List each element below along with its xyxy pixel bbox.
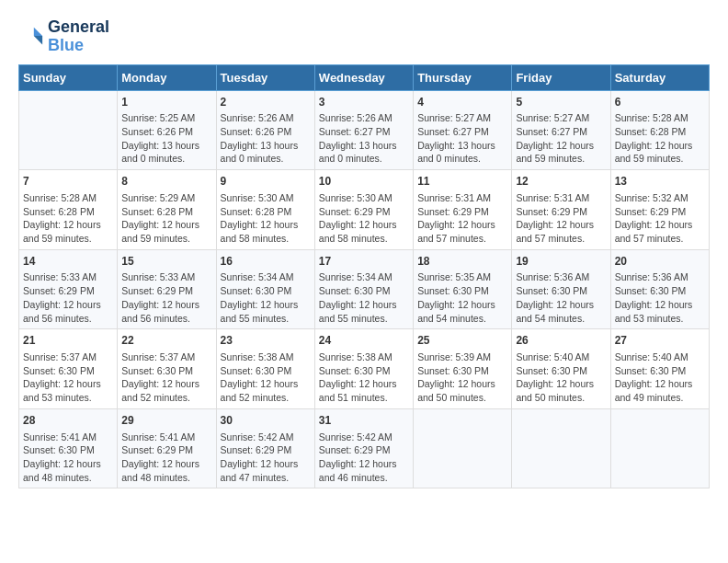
day-content: Sunrise: 5:28 AM Sunset: 6:28 PM Dayligh… — [615, 111, 705, 166]
day-number: 3 — [319, 95, 409, 110]
calendar-cell: 14Sunrise: 5:33 AM Sunset: 6:29 PM Dayli… — [19, 249, 118, 329]
week-row-1: 1Sunrise: 5:25 AM Sunset: 6:26 PM Daylig… — [19, 90, 710, 170]
calendar-cell — [19, 90, 118, 170]
logo-text: General Blue — [48, 18, 109, 55]
day-number: 14 — [23, 254, 113, 270]
day-number: 26 — [516, 333, 606, 349]
day-content: Sunrise: 5:37 AM Sunset: 6:30 PM Dayligh… — [121, 350, 211, 405]
calendar-cell: 22Sunrise: 5:37 AM Sunset: 6:30 PM Dayli… — [118, 329, 216, 409]
day-content: Sunrise: 5:27 AM Sunset: 6:27 PM Dayligh… — [516, 111, 606, 166]
day-number: 8 — [121, 174, 211, 190]
calendar-cell: 24Sunrise: 5:38 AM Sunset: 6:30 PM Dayli… — [314, 329, 413, 409]
day-number: 23 — [221, 333, 311, 349]
calendar-cell: 28Sunrise: 5:41 AM Sunset: 6:30 PM Dayli… — [19, 408, 118, 488]
calendar-cell — [414, 408, 512, 488]
page-header: General Blue — [18, 18, 710, 55]
day-content: Sunrise: 5:26 AM Sunset: 6:26 PM Dayligh… — [221, 111, 311, 166]
calendar-cell: 3Sunrise: 5:26 AM Sunset: 6:27 PM Daylig… — [314, 90, 413, 170]
day-content: Sunrise: 5:41 AM Sunset: 6:29 PM Dayligh… — [121, 431, 211, 485]
calendar-cell: 17Sunrise: 5:34 AM Sunset: 6:30 PM Dayli… — [314, 249, 413, 329]
calendar-cell: 2Sunrise: 5:26 AM Sunset: 6:26 PM Daylig… — [216, 90, 314, 170]
calendar-cell: 25Sunrise: 5:39 AM Sunset: 6:30 PM Dayli… — [414, 329, 512, 409]
day-number: 5 — [516, 95, 606, 110]
day-number: 11 — [417, 174, 507, 190]
calendar-cell: 31Sunrise: 5:42 AM Sunset: 6:29 PM Dayli… — [314, 408, 413, 488]
day-content: Sunrise: 5:31 AM Sunset: 6:29 PM Dayligh… — [417, 191, 507, 246]
day-content: Sunrise: 5:33 AM Sunset: 6:29 PM Dayligh… — [121, 270, 211, 325]
calendar-cell: 19Sunrise: 5:36 AM Sunset: 6:30 PM Dayli… — [512, 249, 610, 329]
day-content: Sunrise: 5:36 AM Sunset: 6:30 PM Dayligh… — [615, 270, 705, 325]
day-content: Sunrise: 5:30 AM Sunset: 6:29 PM Dayligh… — [319, 191, 409, 246]
logo: General Blue — [18, 18, 109, 55]
calendar-cell: 5Sunrise: 5:27 AM Sunset: 6:27 PM Daylig… — [512, 90, 610, 170]
header-cell-sunday: Sunday — [19, 64, 118, 90]
day-number: 18 — [417, 254, 507, 270]
day-number: 1 — [121, 95, 211, 110]
day-content: Sunrise: 5:35 AM Sunset: 6:30 PM Dayligh… — [417, 270, 507, 325]
calendar-cell: 23Sunrise: 5:38 AM Sunset: 6:30 PM Dayli… — [216, 329, 314, 409]
day-content: Sunrise: 5:27 AM Sunset: 6:27 PM Dayligh… — [417, 111, 507, 166]
day-content: Sunrise: 5:36 AM Sunset: 6:30 PM Dayligh… — [516, 270, 606, 325]
day-number: 22 — [121, 333, 211, 349]
calendar-cell: 16Sunrise: 5:34 AM Sunset: 6:30 PM Dayli… — [216, 249, 314, 329]
day-content: Sunrise: 5:42 AM Sunset: 6:29 PM Dayligh… — [221, 431, 311, 485]
header-cell-saturday: Saturday — [610, 64, 709, 90]
day-content: Sunrise: 5:29 AM Sunset: 6:28 PM Dayligh… — [121, 191, 211, 246]
calendar-cell: 9Sunrise: 5:30 AM Sunset: 6:28 PM Daylig… — [216, 170, 314, 250]
day-content: Sunrise: 5:25 AM Sunset: 6:26 PM Dayligh… — [121, 111, 211, 166]
calendar-cell: 15Sunrise: 5:33 AM Sunset: 6:29 PM Dayli… — [118, 249, 216, 329]
calendar-cell: 20Sunrise: 5:36 AM Sunset: 6:30 PM Dayli… — [610, 249, 709, 329]
day-number: 16 — [221, 254, 311, 270]
day-content: Sunrise: 5:33 AM Sunset: 6:29 PM Dayligh… — [23, 270, 113, 325]
day-content: Sunrise: 5:31 AM Sunset: 6:29 PM Dayligh… — [516, 191, 606, 246]
day-content: Sunrise: 5:42 AM Sunset: 6:29 PM Dayligh… — [319, 431, 409, 485]
calendar-cell — [610, 408, 709, 488]
calendar-cell: 11Sunrise: 5:31 AM Sunset: 6:29 PM Dayli… — [414, 170, 512, 250]
day-content: Sunrise: 5:40 AM Sunset: 6:30 PM Dayligh… — [615, 350, 705, 405]
day-number: 31 — [319, 413, 409, 429]
day-content: Sunrise: 5:34 AM Sunset: 6:30 PM Dayligh… — [221, 270, 311, 325]
day-content: Sunrise: 5:41 AM Sunset: 6:30 PM Dayligh… — [23, 431, 113, 485]
week-row-3: 14Sunrise: 5:33 AM Sunset: 6:29 PM Dayli… — [19, 249, 710, 329]
day-number: 2 — [221, 95, 311, 110]
day-number: 29 — [121, 413, 211, 429]
calendar-table: SundayMondayTuesdayWednesdayThursdayFrid… — [18, 64, 710, 489]
calendar-cell: 4Sunrise: 5:27 AM Sunset: 6:27 PM Daylig… — [414, 90, 512, 170]
day-number: 12 — [516, 174, 606, 190]
calendar-cell — [512, 408, 610, 488]
calendar-cell: 30Sunrise: 5:42 AM Sunset: 6:29 PM Dayli… — [216, 408, 314, 488]
day-number: 25 — [417, 333, 507, 349]
calendar-cell: 26Sunrise: 5:40 AM Sunset: 6:30 PM Dayli… — [512, 329, 610, 409]
logo-icon — [18, 24, 44, 50]
day-number: 28 — [23, 413, 113, 429]
week-row-4: 21Sunrise: 5:37 AM Sunset: 6:30 PM Dayli… — [19, 329, 710, 409]
day-number: 13 — [615, 174, 705, 190]
day-number: 9 — [221, 174, 311, 190]
calendar-cell: 7Sunrise: 5:28 AM Sunset: 6:28 PM Daylig… — [19, 170, 118, 250]
calendar-cell: 8Sunrise: 5:29 AM Sunset: 6:28 PM Daylig… — [118, 170, 216, 250]
calendar-header: SundayMondayTuesdayWednesdayThursdayFrid… — [19, 64, 710, 90]
day-content: Sunrise: 5:34 AM Sunset: 6:30 PM Dayligh… — [319, 270, 409, 325]
day-content: Sunrise: 5:38 AM Sunset: 6:30 PM Dayligh… — [221, 350, 311, 405]
calendar-cell: 18Sunrise: 5:35 AM Sunset: 6:30 PM Dayli… — [414, 249, 512, 329]
day-content: Sunrise: 5:38 AM Sunset: 6:30 PM Dayligh… — [319, 350, 409, 405]
header-cell-monday: Monday — [118, 64, 216, 90]
day-number: 17 — [319, 254, 409, 270]
svg-marker-0 — [34, 28, 42, 36]
calendar-cell: 29Sunrise: 5:41 AM Sunset: 6:29 PM Dayli… — [118, 408, 216, 488]
header-cell-tuesday: Tuesday — [216, 64, 314, 90]
day-content: Sunrise: 5:37 AM Sunset: 6:30 PM Dayligh… — [23, 350, 113, 405]
calendar-cell: 21Sunrise: 5:37 AM Sunset: 6:30 PM Dayli… — [19, 329, 118, 409]
calendar-cell: 27Sunrise: 5:40 AM Sunset: 6:30 PM Dayli… — [610, 329, 709, 409]
svg-marker-1 — [34, 36, 42, 44]
calendar-cell: 12Sunrise: 5:31 AM Sunset: 6:29 PM Dayli… — [512, 170, 610, 250]
calendar-cell: 10Sunrise: 5:30 AM Sunset: 6:29 PM Dayli… — [314, 170, 413, 250]
day-number: 10 — [319, 174, 409, 190]
header-row: SundayMondayTuesdayWednesdayThursdayFrid… — [19, 64, 710, 90]
calendar-cell: 13Sunrise: 5:32 AM Sunset: 6:29 PM Dayli… — [610, 170, 709, 250]
header-cell-friday: Friday — [512, 64, 610, 90]
day-content: Sunrise: 5:30 AM Sunset: 6:28 PM Dayligh… — [221, 191, 311, 246]
day-number: 4 — [417, 95, 507, 110]
day-content: Sunrise: 5:39 AM Sunset: 6:30 PM Dayligh… — [417, 350, 507, 405]
day-content: Sunrise: 5:26 AM Sunset: 6:27 PM Dayligh… — [319, 111, 409, 166]
